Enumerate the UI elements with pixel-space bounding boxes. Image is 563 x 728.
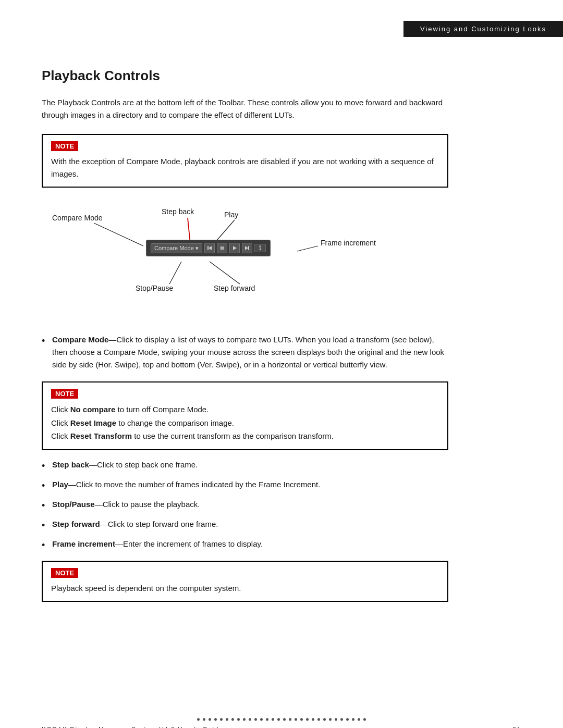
play-diag-label: Play bbox=[224, 211, 238, 219]
footer-dot bbox=[340, 718, 343, 721]
note2-line2: Click Reset Image to change the comparis… bbox=[51, 416, 439, 430]
bullet-list: Compare Mode—Click to display a list of … bbox=[42, 334, 448, 371]
bullet-text-2: Click to step back one frame. bbox=[97, 460, 198, 469]
step-forward-diag-label: Step forward bbox=[214, 284, 255, 292]
footer-dot bbox=[283, 718, 286, 721]
compare-mode-diag-label: Compare Mode bbox=[52, 214, 103, 222]
svg-line-4 bbox=[210, 262, 240, 284]
footer-right: 51 bbox=[513, 726, 521, 728]
diagram-area: Compare Mode ▾ 1 bbox=[42, 203, 448, 318]
footer-dot bbox=[266, 718, 268, 721]
bullet-item-compare-mode: Compare Mode—Click to display a list of … bbox=[42, 334, 448, 371]
svg-marker-6 bbox=[209, 246, 212, 250]
main-content: Playback Controls The Playback Controls … bbox=[0, 21, 563, 631]
bullet-text-3: Click to move the number of frames indic… bbox=[76, 480, 321, 489]
bullet-term-stop-pause: Stop/Pause bbox=[52, 500, 95, 509]
note-text-1: With the exception of Compare Mode, play… bbox=[51, 155, 439, 180]
bullet-text-5: Click to step forward one frame. bbox=[108, 520, 218, 528]
bullet-play: Play—Click to move the number of frames … bbox=[42, 478, 448, 491]
footer-text-row: KODAK Display Manager System V4.0 User's… bbox=[0, 726, 563, 728]
note2-bold2: Reset Image bbox=[70, 418, 116, 427]
bullet-stop-pause: Stop/Pause—Click to pause the playback. bbox=[42, 498, 448, 511]
footer-dot bbox=[249, 718, 251, 721]
footer-dot bbox=[237, 718, 240, 721]
bullet-term-play: Play bbox=[52, 480, 68, 489]
bullet-term-compare: Compare Mode bbox=[52, 335, 108, 344]
footer-dot bbox=[300, 718, 303, 721]
footer-dot bbox=[323, 718, 326, 721]
intro-paragraph: The Playback Controls are at the bottom … bbox=[42, 96, 448, 121]
svg-marker-10 bbox=[233, 246, 237, 250]
svg-rect-9 bbox=[222, 246, 224, 250]
footer-dot bbox=[363, 718, 366, 721]
note-text-3: Playback speed is dependent on the compu… bbox=[51, 582, 439, 595]
header-title: Viewing and Customizing Looks bbox=[420, 25, 546, 33]
note-box-1: NOTE With the exception of Compare Mode,… bbox=[42, 134, 448, 188]
footer-dot bbox=[231, 718, 234, 721]
note2-bold1: No compare bbox=[70, 405, 116, 414]
bullet-dash-3: — bbox=[68, 480, 76, 489]
footer-dot bbox=[260, 718, 263, 721]
footer-dot bbox=[317, 718, 320, 721]
bullet-step-forward: Step forward—Click to step forward one f… bbox=[42, 518, 448, 530]
bullet-text-6: Enter the increment of frames to display… bbox=[123, 539, 263, 548]
note-label-3: NOTE bbox=[51, 568, 78, 578]
frame-number: 1 bbox=[254, 244, 266, 252]
footer: KODAK Display Manager System V4.0 User's… bbox=[0, 718, 563, 728]
footer-dot bbox=[203, 718, 205, 721]
bullet-dash-2: — bbox=[89, 460, 97, 469]
bullet-term-step-forward: Step forward bbox=[52, 520, 100, 528]
note-label-2: NOTE bbox=[51, 389, 78, 399]
svg-line-5 bbox=[297, 246, 318, 251]
footer-dots bbox=[197, 718, 366, 721]
bullet-list-2: Step back—Click to step back one frame. … bbox=[42, 459, 448, 550]
bullet-term-step-back: Step back bbox=[52, 460, 89, 469]
svg-rect-8 bbox=[221, 246, 222, 250]
bullet-frame-increment: Frame increment—Enter the increment of f… bbox=[42, 538, 448, 550]
footer-dot bbox=[306, 718, 309, 721]
footer-left: KODAK Display Manager System V4.0 User's… bbox=[42, 726, 223, 728]
footer-dot bbox=[329, 718, 332, 721]
footer-dot bbox=[335, 718, 337, 721]
toolbar-compare-text: Compare Mode ▾ bbox=[154, 245, 199, 252]
footer-dot bbox=[312, 718, 314, 721]
bullet-text-4: Click to pause the playback. bbox=[103, 500, 200, 509]
bullet-step-back: Step back—Click to step back one frame. bbox=[42, 459, 448, 471]
footer-dot bbox=[358, 718, 360, 721]
bullet-dash-4: — bbox=[95, 500, 103, 509]
page-title: Playback Controls bbox=[42, 68, 521, 84]
note2-line3: Click Reset Transform to use the current… bbox=[51, 429, 439, 443]
svg-rect-12 bbox=[248, 246, 249, 250]
toolbar-compare-btn: Compare Mode ▾ bbox=[151, 243, 202, 253]
footer-dot bbox=[220, 718, 223, 721]
footer-dot bbox=[197, 718, 200, 721]
footer-dot bbox=[254, 718, 257, 721]
note-label-1: NOTE bbox=[51, 141, 78, 151]
stop-pause-diag-label: Stop/Pause bbox=[136, 284, 173, 292]
footer-dot bbox=[346, 718, 349, 721]
stop-pause-btn bbox=[217, 243, 227, 253]
footer-dot bbox=[352, 718, 354, 721]
bullet-term-frame-increment: Frame increment bbox=[52, 539, 115, 548]
note2-bold3: Reset Transform bbox=[70, 431, 132, 440]
bullet-dash-1: — bbox=[108, 335, 116, 344]
svg-rect-7 bbox=[207, 246, 209, 250]
toolbar-mockup: Compare Mode ▾ 1 bbox=[146, 240, 271, 256]
footer-dot bbox=[295, 718, 297, 721]
footer-dot bbox=[289, 718, 291, 721]
frame-increment-diag-label: Frame increment bbox=[321, 239, 376, 247]
svg-line-3 bbox=[169, 262, 181, 284]
page-container: Viewing and Customizing Looks Playback C… bbox=[0, 21, 563, 728]
diagram-svg bbox=[42, 203, 448, 318]
bullet-dash-5: — bbox=[100, 520, 108, 528]
note2-line1: Click No compare to turn off Compare Mod… bbox=[51, 403, 439, 416]
svg-line-0 bbox=[94, 223, 143, 246]
footer-dot bbox=[272, 718, 274, 721]
note-box-2: NOTE Click No compare to turn off Compar… bbox=[42, 381, 448, 450]
step-back-diag-label: Step back bbox=[162, 207, 194, 216]
footer-dot bbox=[226, 718, 228, 721]
footer-dot bbox=[277, 718, 280, 721]
step-back-btn bbox=[204, 243, 215, 253]
bullet-dash-6: — bbox=[115, 539, 123, 548]
footer-dot bbox=[214, 718, 217, 721]
